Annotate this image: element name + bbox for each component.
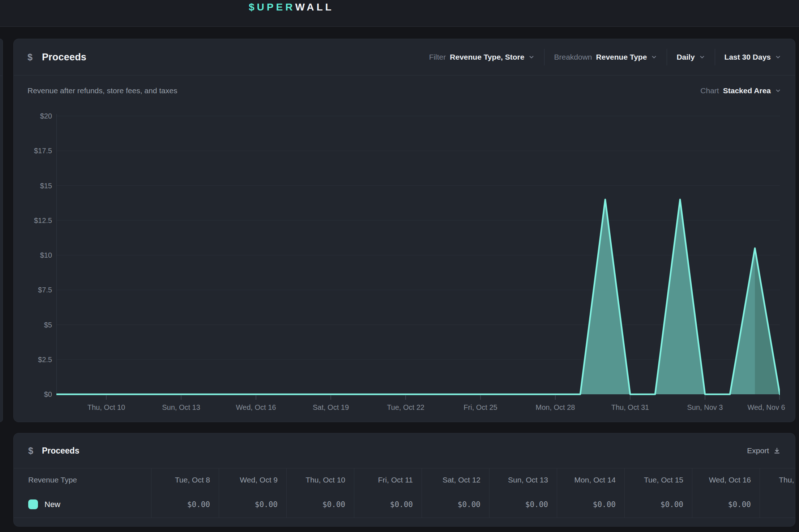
stacked-area-chart[interactable] [56,112,780,402]
top-navigation-bar: $UPERWALL [0,0,799,27]
y-axis-labels: $20$17.5$15$12.5$10$7.5$5$2.5$0 [14,112,52,402]
column-header-date: Tue, Oct 8 [151,468,219,491]
table-title: Proceeds [42,446,80,456]
table-cell-value: $0.00 [489,491,557,518]
table-cell-value: $0.00 [692,491,760,518]
column-header-date: Tue, Oct 15 [624,468,692,491]
column-header-date: Sat, Oct 12 [422,468,489,491]
column-header-date: Thu, Oct 10 [286,468,354,491]
table-cell-value: $0.00 [354,491,422,518]
y-axis-label: $17.5 [14,146,52,155]
row-header: New [14,491,151,518]
y-axis-label: $20 [14,111,52,121]
filter-label: Filter [429,53,446,61]
filter-value: Revenue Type, Store [450,53,524,61]
x-axis-label: Sun, Nov 3 [687,403,723,412]
divider [667,49,667,65]
table-cell-value: $0.00 [760,491,795,518]
table-cell-value: $0.00 [219,491,286,518]
column-header-date: Fri, Oct 11 [354,468,422,491]
divider [0,76,3,76]
chevron-down-icon [775,87,781,94]
chart-card-header: $ Proceeds Filter Revenue Type, Store Br… [14,39,795,76]
table-cell-value: $0.00 [422,491,489,518]
logo-text: WALL [295,1,334,13]
area-fill [56,200,780,394]
table-cell-value: $0.00 [624,491,692,518]
divider [544,49,544,65]
granularity-dropdown[interactable]: Daily [676,53,705,61]
x-axis-label: Mon, Oct 28 [536,403,575,412]
breakdown-value: Revenue Type [596,53,647,61]
table-card-header: $ Proceeds Export [14,433,795,468]
series-color-swatch [28,499,38,509]
column-header-date: Thu, Oct 17 [760,468,795,491]
x-axis-label: Thu, Oct 31 [611,403,649,412]
y-axis-label: $0 [14,390,52,399]
y-axis-label: $2.5 [14,355,52,364]
chart-type-label: Chart [700,86,719,95]
table-cell-value: $0.00 [557,491,624,518]
filter-dropdown[interactable]: Filter Revenue Type, Store [429,53,535,61]
y-axis-label: $15 [14,181,52,190]
download-icon [773,447,781,454]
column-header-date: Wed, Oct 16 [692,468,760,491]
x-axis-label: Tue, Oct 22 [387,403,424,412]
dollar-icon: $ [27,52,33,63]
column-header-date: Mon, Oct 14 [557,468,624,491]
breakdown-label: Breakdown [554,53,592,61]
y-axis-label: $5 [14,320,52,330]
table-header-row: Revenue TypeTue, Oct 8Wed, Oct 9Thu, Oct… [14,468,795,491]
chart-type-value: Stacked Area [723,86,771,95]
x-axis-label: Fri, Oct 25 [463,403,497,412]
chart-subtitle: Revenue after refunds, store fees, and t… [27,86,177,95]
table-row: New$0.00$0.00$0.00$0.00$0.00$0.00$0.00$0… [14,491,795,518]
chart-type-dropdown[interactable]: Chart Stacked Area [700,86,781,95]
x-axis-labels: Thu, Oct 10Sun, Oct 13Wed, Oct 16Sat, Oc… [56,403,780,415]
table-cell-value: $0.00 [286,491,354,518]
dollar-icon: $ [28,446,33,456]
x-axis-label: Wed, Oct 16 [236,403,276,412]
chevron-down-icon [775,54,781,60]
divider [715,49,715,65]
chevron-down-icon [699,54,705,60]
column-header-date: Wed, Oct 9 [219,468,286,491]
granularity-value: Daily [676,53,695,61]
breakdown-dropdown[interactable]: Breakdown Revenue Type [554,53,657,61]
chevron-down-icon [651,54,657,60]
y-axis-label: $12.5 [14,216,52,225]
table-cell-value: $0.00 [151,491,219,518]
column-header-date: Sun, Oct 13 [489,468,557,491]
x-axis-label: Sat, Oct 19 [313,403,349,412]
proceeds-chart-card: $ Proceeds Filter Revenue Type, Store Br… [13,39,795,422]
column-header-revenue-type: Revenue Type [14,468,151,491]
proceeds-table-card: $ Proceeds Export Revenue TypeTue, Oct 8… [13,433,795,527]
superwall-logo[interactable]: $UPERWALL [249,0,334,14]
chevron-down-icon [528,54,535,60]
x-axis-label: Thu, Oct 10 [87,403,125,412]
y-axis-label: $10 [14,250,52,260]
page-title: Proceeds [42,52,86,63]
export-label: Export [747,446,769,455]
x-axis-label: Sun, Oct 13 [162,403,200,412]
x-axis-label: Wed, Nov 6 [747,403,785,412]
export-button[interactable]: Export [747,446,781,455]
series-name: New [44,500,60,509]
logo-text-accent: $UPER [249,1,295,13]
y-axis-label: $7.5 [14,285,52,295]
adjacent-card-edge [0,39,3,422]
date-range-dropdown[interactable]: Last 30 Days [725,53,781,61]
date-range-value: Last 30 Days [725,53,771,61]
